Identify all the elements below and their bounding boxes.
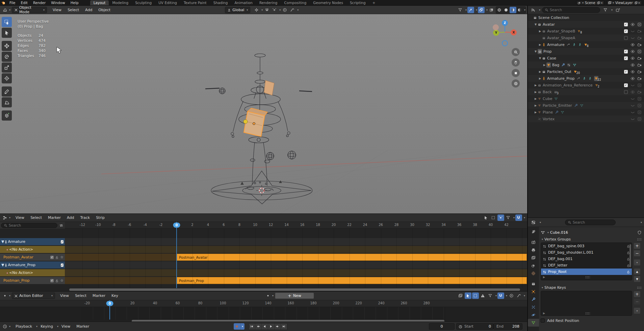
overlays-toggle-icon[interactable] — [478, 7, 485, 13]
disable-render-toggle[interactable] — [637, 42, 642, 47]
disclosure-icon[interactable]: ▶ — [542, 63, 546, 67]
viewport-menu-select[interactable]: Select — [65, 8, 82, 12]
outliner-item-label[interactable]: Bag — [552, 63, 559, 67]
vertex-group-row-def-bag-001[interactable]: DEF_bag.001 — [541, 256, 632, 262]
outliner-row-armature[interactable]: ▶Armature8 — [528, 41, 644, 48]
menu-window[interactable]: Window — [48, 1, 68, 5]
disclosure-icon[interactable]: ▶ — [538, 77, 542, 80]
nla-track--no-action-[interactable]: <No Action> — [0, 246, 65, 253]
timeline-menu-view[interactable]: View — [58, 324, 73, 329]
outliner-row-avatar-shapea[interactable]: Avatar_ShapeA — [528, 34, 644, 41]
outliner-item-label[interactable]: Scene Collection — [538, 16, 569, 20]
xray-toggle-icon[interactable] — [488, 7, 495, 13]
workspace-tab-compositing[interactable]: Compositing — [281, 0, 310, 5]
editor-type-3d-viewport-icon[interactable] — [1, 7, 8, 13]
gizmos-toggle-icon[interactable] — [467, 7, 474, 13]
workspace-tab-sculpting[interactable]: Sculpting — [132, 0, 155, 5]
nav-pan-button[interactable] — [512, 58, 520, 67]
shading-solid-icon[interactable] — [503, 7, 510, 13]
dope-menu-marker[interactable]: Marker — [89, 294, 108, 298]
nla-snap-icon[interactable] — [515, 214, 522, 221]
dope-menu-key[interactable]: Key — [108, 294, 121, 298]
outliner-item-label[interactable]: Prop — [543, 49, 551, 54]
outliner-item-label[interactable]: Cube — [543, 97, 552, 101]
disclosure-icon[interactable]: ▶ — [538, 30, 542, 33]
disable-render-toggle[interactable] — [637, 76, 642, 81]
hide-viewport-toggle[interactable] — [630, 96, 635, 101]
nla-expand-icon[interactable] — [58, 222, 64, 229]
list-resize-handle[interactable]: ▶ — [543, 312, 545, 315]
dope-snap-icon[interactable] — [497, 292, 504, 299]
outliner-item-label[interactable]: Case — [547, 56, 556, 60]
hide-viewport-toggle[interactable] — [630, 22, 635, 27]
disable-render-toggle[interactable] — [637, 69, 642, 74]
checkbox-toggle[interactable]: ✓ — [623, 29, 628, 33]
workspace-tab-modeling[interactable]: Modeling — [109, 0, 132, 5]
fake-user-shield-icon[interactable] — [637, 230, 642, 235]
lock-open-icon[interactable] — [55, 255, 59, 259]
disable-render-toggle[interactable] — [637, 90, 642, 94]
vgroup-add-button[interactable]: + — [634, 243, 641, 249]
outliner-row-particles-out[interactable]: ▶Particles_Out20✓ — [528, 68, 644, 75]
disclosure-icon[interactable]: ▼ — [534, 50, 538, 53]
properties-tab-object-data[interactable] — [528, 319, 539, 327]
blender-logo-icon[interactable] — [0, 0, 7, 6]
properties-options-icon[interactable]: ▾ — [641, 221, 642, 224]
hide-viewport-toggle[interactable] — [630, 90, 635, 94]
snap-target-icon[interactable] — [271, 7, 278, 13]
dope-menu-select[interactable]: Select — [72, 294, 89, 298]
outliner-item-label[interactable]: Avatar_ShapeB — [547, 29, 575, 33]
outliner-row-vortex[interactable]: Vortex — [528, 116, 644, 122]
disclosure-icon[interactable]: ▼ — [1, 263, 4, 267]
workspace-tab-layout[interactable]: Layout — [90, 0, 109, 5]
properties-tab-object[interactable] — [528, 288, 539, 296]
outliner-item-label[interactable]: Avatar_ShapeA — [547, 36, 575, 40]
dope-box-select-icon[interactable] — [472, 292, 479, 299]
tool-select-box[interactable] — [2, 17, 12, 27]
outliner-filter-icon[interactable] — [602, 7, 609, 13]
disable-render-toggle[interactable] — [637, 103, 642, 108]
vertex-group-row-def-bag-shoulder-l-001[interactable]: DEF_bag_shoulder.L.001 — [541, 249, 632, 256]
disable-render-toggle[interactable] — [637, 96, 642, 101]
hide-viewport-toggle[interactable] — [630, 62, 635, 67]
disable-render-toggle[interactable] — [637, 22, 642, 27]
workspace-tab-scripting[interactable]: Scripting — [346, 0, 369, 5]
outliner-search-input[interactable] — [550, 8, 597, 12]
hide-viewport-toggle[interactable] — [630, 117, 635, 121]
new-viewlayer-icon[interactable] — [634, 1, 638, 5]
dope-playhead-badge[interactable]: 0 — [106, 301, 113, 306]
nla-strip-area[interactable]: Postman_Prop — [65, 277, 527, 284]
properties-tab-output[interactable] — [528, 246, 539, 254]
dope-menu-view[interactable]: View — [57, 294, 72, 298]
tool-measure[interactable] — [2, 97, 12, 107]
outliner-row-plane[interactable]: ▶Plane — [528, 109, 644, 116]
axis-y-handle[interactable]: Y — [493, 30, 499, 36]
hide-viewport-toggle[interactable] — [630, 103, 635, 108]
menu-file[interactable]: File — [7, 1, 18, 5]
properties-tab-particles[interactable] — [528, 303, 539, 311]
vertex-group-row-def-letter[interactable]: DEF_letter — [541, 262, 632, 269]
vertex-groups-list[interactable]: DEF_bag_spine.003DEF_bag_shoulder.L.001D… — [541, 243, 632, 280]
viewport-menu-add[interactable]: Add — [82, 8, 95, 12]
nla-track-postman-prop[interactable]: Postman_Prop✓☆ — [0, 277, 65, 284]
3d-viewport[interactable]: User Perspective (0) Prop | Bag Objects2… — [0, 14, 527, 213]
disable-render-toggle[interactable] — [637, 35, 642, 40]
outliner-row-particle-emitter[interactable]: ▶Particle_Emitter — [528, 102, 644, 109]
hide-viewport-toggle[interactable] — [630, 76, 635, 81]
properties-tab-physics[interactable] — [528, 311, 539, 319]
add-workspace-button[interactable]: + — [369, 0, 379, 5]
unlink-scene-icon[interactable]: × — [600, 1, 603, 5]
hide-viewport-toggle[interactable] — [630, 49, 635, 54]
nav-zoom-button[interactable] — [512, 48, 520, 56]
outliner-item-label[interactable]: Avatar — [543, 22, 555, 27]
scene-selector[interactable]: ▾ Scene × — [576, 0, 604, 5]
editor-type-nla-icon[interactable] — [1, 214, 8, 221]
datablock-name[interactable]: Cube.016 — [550, 230, 568, 235]
nav-grid-button[interactable] — [512, 79, 520, 87]
menu-edit[interactable]: Edit — [18, 1, 30, 5]
vertex-group-row-def-bag-spine-003[interactable]: DEF_bag_spine.003 — [541, 243, 632, 249]
nla-strip-area[interactable] — [65, 269, 527, 276]
disclosure-icon[interactable]: ▶ — [538, 70, 542, 73]
nla-strip-postman-prop[interactable]: Postman_Prop — [177, 277, 527, 284]
viewlayer-name[interactable]: ViewLayer — [614, 1, 634, 5]
